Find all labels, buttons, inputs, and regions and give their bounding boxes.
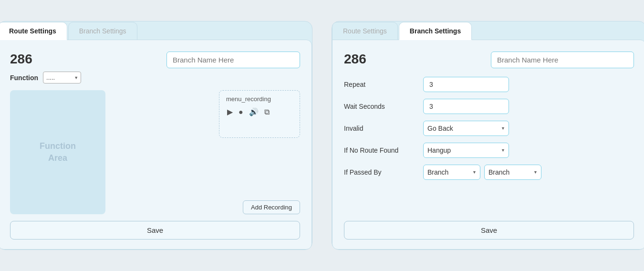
tab-route-settings-left[interactable]: Route Settings: [0, 22, 67, 40]
passed-by-row: If Passed By Branch Hangup Go Back Branc…: [344, 165, 634, 180]
function-label: Function: [10, 74, 38, 82]
right-save-button[interactable]: Save: [344, 221, 634, 240]
left-branch-name-input[interactable]: [166, 52, 300, 68]
volume-button[interactable]: 🔊: [248, 106, 260, 117]
function-area-box: FunctionArea: [10, 90, 105, 214]
wait-seconds-label: Wait Seconds: [344, 103, 415, 110]
wait-seconds-input[interactable]: [423, 99, 509, 114]
right-branch-name-input[interactable]: [491, 52, 634, 68]
left-panel-number: 286: [10, 52, 81, 67]
passed-by-select1[interactable]: Branch Hangup Go Back: [423, 165, 480, 180]
left-branch-name-wrapper: [166, 52, 300, 68]
fields-grid: Repeat Wait Seconds Invalid Go Back Hang…: [344, 77, 634, 180]
recording-name: menu_recording: [226, 95, 293, 103]
no-route-label: If No Route Found: [344, 146, 415, 154]
function-select[interactable]: .....: [43, 72, 81, 83]
tab-branch-settings-right[interactable]: Branch Settings: [399, 22, 472, 40]
no-route-select[interactable]: Hangup Go Back Transfer: [423, 143, 509, 158]
repeat-label: Repeat: [344, 81, 415, 88]
fullscreen-button[interactable]: ⧉: [263, 107, 270, 117]
invalid-select[interactable]: Go Back Hangup Transfer: [423, 121, 509, 136]
passed-by-select2-wrapper: Branch Hangup Go Back: [484, 165, 541, 180]
double-select: Branch Hangup Go Back Branch Hangup Go B…: [423, 165, 541, 180]
right-tabs: Route Settings Branch Settings: [332, 21, 644, 40]
invalid-row: Invalid Go Back Hangup Transfer: [344, 121, 634, 136]
right-top-row: 286: [344, 52, 634, 68]
wait-seconds-row: Wait Seconds: [344, 99, 634, 114]
tab-branch-settings-left[interactable]: Branch Settings: [68, 22, 137, 40]
player-controls: ▶ ● 🔊 ⧉: [226, 106, 293, 117]
left-tabs: Route Settings Branch Settings: [0, 21, 312, 40]
right-panel-number: 286: [344, 52, 366, 67]
left-main-content: FunctionArea menu_recording ▶ ● 🔊 ⧉ Add …: [10, 90, 300, 214]
play-button[interactable]: ▶: [226, 106, 234, 117]
tab-route-settings-right[interactable]: Route Settings: [332, 22, 398, 40]
function-select-wrapper: .....: [43, 72, 81, 83]
passed-by-select2[interactable]: Branch Hangup Go Back: [484, 165, 541, 180]
right-branch-name-wrapper: [491, 52, 634, 68]
right-panel: Route Settings Branch Settings 286 Repea…: [332, 21, 644, 250]
no-route-row: If No Route Found Hangup Go Back Transfe…: [344, 143, 634, 158]
recording-player: menu_recording ▶ ● 🔊 ⧉: [219, 90, 300, 138]
left-panel: Route Settings Branch Settings 286 Funct…: [0, 21, 312, 250]
repeat-row: Repeat: [344, 77, 634, 92]
left-save-button[interactable]: Save: [10, 221, 300, 240]
recording-section: menu_recording ▶ ● 🔊 ⧉ Add Recording: [113, 90, 300, 214]
function-row: Function .....: [10, 72, 81, 83]
right-panel-body: 286 Repeat Wait Seconds Invalid: [332, 40, 644, 250]
invalid-select-wrapper: Go Back Hangup Transfer: [423, 121, 509, 136]
left-panel-body: 286 Function ..... Func: [0, 40, 312, 250]
left-top-row: 286 Function .....: [10, 52, 300, 83]
passed-by-label: If Passed By: [344, 168, 415, 176]
repeat-input[interactable]: [423, 77, 509, 92]
right-top-left: 286: [344, 52, 366, 67]
left-top-left: 286 Function .....: [10, 52, 81, 83]
invalid-label: Invalid: [344, 125, 415, 132]
passed-by-select1-wrapper: Branch Hangup Go Back: [423, 165, 480, 180]
record-button[interactable]: ●: [238, 107, 244, 117]
add-recording-button[interactable]: Add Recording: [243, 200, 300, 214]
no-route-select-wrapper: Hangup Go Back Transfer: [423, 143, 509, 158]
